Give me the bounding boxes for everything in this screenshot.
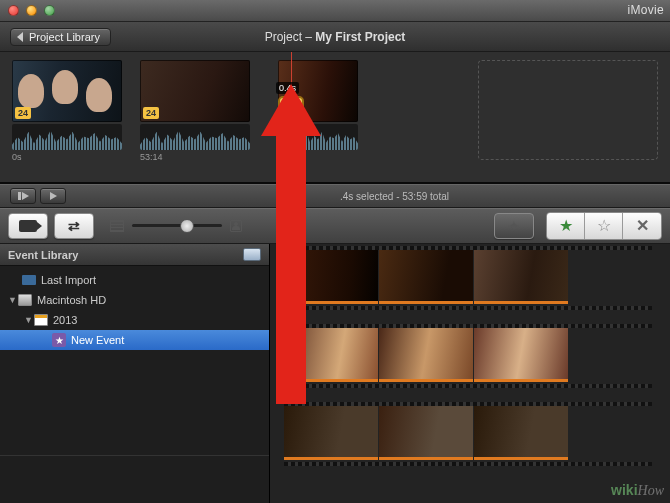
tree-label: Macintosh HD (37, 294, 106, 306)
event-thumbnail[interactable] (379, 328, 473, 382)
sidebar-footer (0, 455, 269, 503)
event-thumbnail[interactable] (284, 250, 378, 304)
project-toolbar: Project Library Project – My First Proje… (0, 22, 670, 52)
timeline-clip[interactable]: 24 0s (12, 60, 122, 178)
app-title: iMovie (628, 3, 664, 17)
import-camera-button[interactable] (8, 213, 48, 239)
harddrive-icon (18, 294, 32, 306)
thumbnail-zoom-slider[interactable] (132, 224, 222, 227)
tree-item-year[interactable]: ▼ 2013 (0, 310, 269, 330)
audio-waveform[interactable] (12, 124, 122, 150)
event-thumbnail[interactable] (379, 250, 473, 304)
project-title-prefix: Project – (265, 30, 316, 44)
transition-icon[interactable] (278, 96, 304, 122)
event-tree: Last Import ▼ Macintosh HD ▼ 2013 ★ New … (0, 266, 269, 455)
event-thumbnail[interactable] (474, 406, 568, 460)
disclosure-triangle-icon[interactable]: ▼ (8, 295, 18, 305)
clip-timecode: 0s (12, 152, 122, 162)
tree-item-last-import[interactable]: Last Import (0, 270, 269, 290)
main-toolbar: ⇄ ✦ ★ ☆ ✕ (0, 208, 670, 244)
event-thumbnail[interactable] (379, 406, 473, 460)
fps-badge: 24 (15, 107, 31, 119)
project-title: Project – My First Project (185, 30, 485, 44)
tree-item-event[interactable]: ★ New Event (0, 330, 269, 350)
clip-thumbnail[interactable]: 24 (12, 60, 122, 122)
event-library-sidebar: Event Library Last Import ▼ Macintosh HD… (0, 244, 270, 503)
star-filled-icon: ★ (559, 216, 573, 235)
disclosure-triangle-icon[interactable]: ▼ (24, 315, 34, 325)
rating-button-group: ★ ☆ ✕ (546, 212, 662, 240)
playback-status-bar: .4s selected - 53:59 total (0, 184, 670, 208)
event-clip-strip[interactable] (284, 328, 670, 390)
wand-icon: ✦ (508, 218, 520, 234)
camera-icon (19, 220, 37, 232)
reject-button[interactable]: ✕ (623, 213, 661, 239)
selection-status-text: .4s selected - 53:59 total (340, 191, 449, 202)
event-browser[interactable] (270, 244, 670, 503)
tree-label: Last Import (41, 274, 96, 286)
unrate-button[interactable]: ☆ (585, 213, 623, 239)
timeline-clip[interactable]: 24 53:14 (140, 60, 250, 178)
event-library-title: Event Library (8, 249, 78, 261)
keyword-filter-button[interactable]: ✦ (494, 213, 534, 239)
transition-duration-badge: 0.4s (276, 82, 299, 94)
x-icon: ✕ (636, 216, 649, 235)
tree-label: 2013 (53, 314, 77, 326)
project-title-name: My First Project (315, 30, 405, 44)
favorite-button[interactable]: ★ (547, 213, 585, 239)
event-star-icon: ★ (52, 333, 66, 347)
people-icon (230, 220, 242, 232)
event-thumbnail[interactable] (284, 406, 378, 460)
close-window-button[interactable] (8, 5, 19, 16)
swap-layout-button[interactable]: ⇄ (54, 213, 94, 239)
filmstrip-icon (110, 220, 124, 232)
bottom-panel: Event Library Last Import ▼ Macintosh HD… (0, 244, 670, 503)
event-thumbnail[interactable] (284, 328, 378, 382)
traffic-lights (8, 5, 55, 16)
clip-timecode: 53:14 (140, 152, 250, 162)
event-library-header: Event Library (0, 244, 269, 266)
play-button[interactable] (40, 188, 66, 204)
swap-icon: ⇄ (68, 218, 80, 234)
clip-thumbnail[interactable]: 24 (140, 60, 250, 122)
clip-timecode: 3:53 (278, 152, 358, 162)
timeline-dropzone[interactable] (478, 60, 658, 160)
event-thumbnail[interactable] (474, 250, 568, 304)
event-thumbnail[interactable] (474, 328, 568, 382)
project-timeline[interactable]: 0.4s 24 0s 24 53:14 24 3:53 (0, 52, 670, 182)
window-titlebar: iMovie (0, 0, 670, 22)
fps-badge: 24 (143, 107, 159, 119)
audio-waveform[interactable] (278, 124, 358, 150)
disk-icon (243, 248, 261, 261)
play-fullscreen-button[interactable] (10, 188, 36, 204)
minimize-window-button[interactable] (26, 5, 37, 16)
star-outline-icon: ☆ (597, 216, 611, 235)
tree-label: New Event (71, 334, 124, 346)
project-library-button[interactable]: Project Library (10, 28, 111, 46)
import-icon (22, 275, 36, 285)
calendar-icon (34, 314, 48, 326)
audio-waveform[interactable] (140, 124, 250, 150)
zoom-window-button[interactable] (44, 5, 55, 16)
watermark: wikiHow (611, 482, 664, 499)
event-clip-strip[interactable] (284, 250, 670, 312)
tree-item-drive[interactable]: ▼ Macintosh HD (0, 290, 269, 310)
event-clip-strip[interactable] (284, 406, 670, 468)
